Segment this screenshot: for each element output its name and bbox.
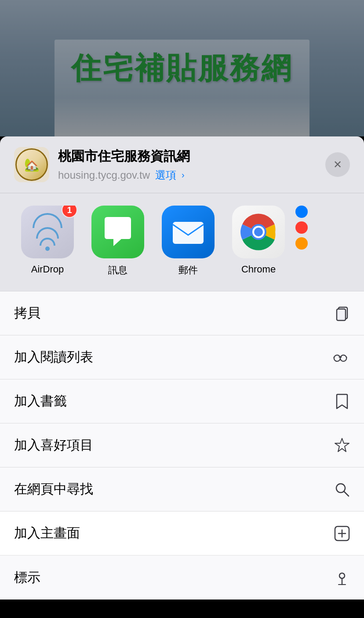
mail-label: 郵件 <box>178 264 198 277</box>
action-bookmark[interactable]: 加入書籤 <box>0 379 364 423</box>
apps-section: 1 AirDrop 訊息 <box>0 193 364 291</box>
site-icon-inner: 🏡 <box>15 148 48 181</box>
svg-point-7 <box>334 355 340 361</box>
markup-label: 標示 <box>14 569 40 587</box>
actions-section: 拷貝 加入閱讀列表 加入書籤 <box>0 291 364 600</box>
action-reading-list[interactable]: 加入閱讀列表 <box>0 335 364 379</box>
mail-svg <box>168 212 208 252</box>
book-icon <box>334 394 350 409</box>
site-info: 桃園市住宅服務資訊網 housing.tycg.gov.tw 選項 › <box>58 147 317 182</box>
action-find[interactable]: 在網頁中尋找 <box>0 467 364 511</box>
search-icon <box>334 482 350 497</box>
copy-icon <box>334 305 350 321</box>
bookmark-label: 加入書籤 <box>14 392 67 410</box>
airdrop-icon-wrapper: 1 <box>21 206 74 258</box>
app-item-airdrop[interactable]: 1 AirDrop <box>12 206 83 277</box>
share-sheet: 🏡 桃園市住宅服務資訊網 housing.tycg.gov.tw 選項 › ✕ <box>0 136 364 600</box>
glasses-icon <box>331 350 350 364</box>
reading-list-label: 加入閱讀列表 <box>14 348 93 366</box>
airdrop-waves <box>33 213 62 251</box>
find-label: 在網頁中尋找 <box>14 480 93 498</box>
airdrop-dot <box>45 246 50 251</box>
partial-circles <box>294 206 308 250</box>
chrome-icon <box>232 206 285 258</box>
location-icon <box>334 570 350 585</box>
add-home-label: 加入主畫面 <box>14 524 80 542</box>
partial-circle-blue <box>295 206 308 218</box>
partial-circle-red <box>295 221 308 234</box>
webpage-title: 住宅補貼服務網 <box>71 48 293 88</box>
options-link[interactable]: 選項 <box>155 168 176 182</box>
messages-svg <box>100 214 135 250</box>
action-copy[interactable]: 拷貝 <box>0 291 364 335</box>
airdrop-wave-large <box>33 213 62 228</box>
svg-point-8 <box>340 355 346 361</box>
mail-icon-wrapper <box>162 206 215 258</box>
site-url-row: housing.tycg.gov.tw 選項 › <box>58 168 317 182</box>
action-favorites[interactable]: 加入喜好項目 <box>0 423 364 467</box>
chrome-icon-wrapper <box>232 206 285 258</box>
close-button[interactable]: ✕ <box>325 152 350 177</box>
action-add-home[interactable]: 加入主畫面 <box>0 511 364 555</box>
svg-point-12 <box>336 484 345 493</box>
chrome-label: Chrome <box>241 264 276 275</box>
svg-rect-6 <box>337 309 346 320</box>
svg-point-4 <box>254 228 263 236</box>
svg-line-13 <box>344 492 349 496</box>
site-icon: 🏡 <box>14 147 49 182</box>
add-square-icon <box>334 526 350 541</box>
messages-icon-wrapper <box>91 206 144 258</box>
app-item-mail[interactable]: 郵件 <box>153 206 223 277</box>
svg-rect-0 <box>173 222 204 244</box>
svg-marker-11 <box>335 438 349 452</box>
partial-app-item <box>294 206 320 277</box>
airdrop-label: AirDrop <box>31 264 64 275</box>
action-markup[interactable]: 標示 <box>0 555 364 600</box>
copy-label: 拷貝 <box>14 304 40 322</box>
chrome-svg <box>239 212 278 252</box>
close-icon: ✕ <box>333 158 342 171</box>
app-item-chrome[interactable]: Chrome <box>223 206 294 277</box>
site-name: 桃園市住宅服務資訊網 <box>58 147 317 166</box>
star-icon <box>334 438 350 453</box>
messages-label: 訊息 <box>108 264 127 277</box>
favorites-label: 加入喜好項目 <box>14 436 93 454</box>
site-url: housing.tycg.gov.tw <box>58 169 150 181</box>
messages-icon <box>91 206 144 258</box>
chevron-right-icon: › <box>182 170 185 180</box>
partial-circle-orange <box>295 237 308 250</box>
airdrop-wave-medium <box>36 227 59 239</box>
app-item-messages[interactable]: 訊息 <box>83 206 153 277</box>
site-icon-emoji: 🏡 <box>24 158 40 172</box>
apps-row: 1 AirDrop 訊息 <box>0 206 364 277</box>
airdrop-wave-small <box>40 238 55 246</box>
share-header: 🏡 桃園市住宅服務資訊網 housing.tycg.gov.tw 選項 › ✕ <box>0 136 364 193</box>
mail-icon <box>162 206 215 258</box>
svg-point-17 <box>339 573 345 578</box>
